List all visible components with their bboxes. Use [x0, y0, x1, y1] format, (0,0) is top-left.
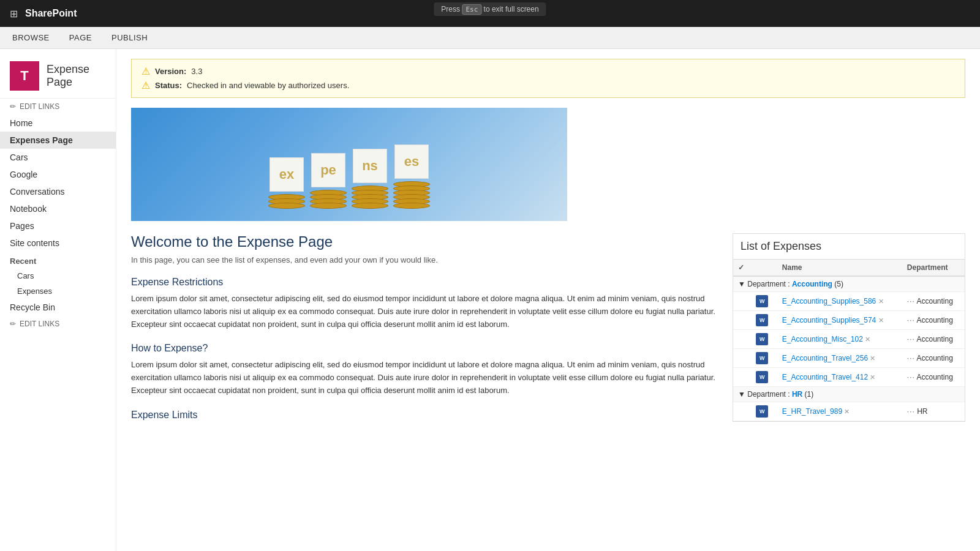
- dept-value: Accounting: [916, 335, 952, 343]
- recent-section-label: Recent: [0, 252, 116, 268]
- file-icon: W: [756, 314, 768, 326]
- page-main-title: Welcome to the Expense Page: [131, 233, 720, 250]
- expenses-table: ✓ Name Department ▼ Department : Account…: [733, 260, 965, 421]
- edit-links-bottom-button[interactable]: ✏ EDIT LINKS: [0, 316, 116, 332]
- dept-value: HR: [917, 407, 927, 416]
- ribbon-publish[interactable]: PUBLISH: [109, 29, 150, 46]
- more-options-icon[interactable]: ···: [907, 297, 915, 305]
- col-department: Department: [902, 260, 965, 276]
- content-area: ⚠ Version: 3.3 ⚠ Status: Checked in and …: [116, 49, 980, 551]
- sidebar-item-google[interactable]: Google: [0, 166, 116, 183]
- more-options-icon[interactable]: ···: [907, 335, 915, 343]
- file-name[interactable]: E_Accounting_Misc_102: [782, 335, 863, 343]
- table-row: W E_HR_Travel_989 ✕ ··· HR: [733, 402, 965, 421]
- row-check: [733, 349, 751, 368]
- more-options-icon[interactable]: ···: [907, 407, 915, 416]
- table-row: W E_Accounting_Supplies_574 ✕ ··· Accoun…: [733, 311, 965, 330]
- sidebar-item-expenses-page[interactable]: Expenses Page: [0, 132, 116, 149]
- dept-hr-name: HR: [792, 390, 802, 399]
- file-icon: W: [756, 333, 768, 345]
- dept-accounting-label: ▼ Department : Accounting (5): [733, 276, 965, 292]
- file-icon: W: [756, 371, 768, 383]
- expenses-panel-title: List of Expenses: [733, 234, 965, 260]
- coin-stack-4: es: [393, 144, 430, 209]
- recent-item-cars[interactable]: Cars: [0, 268, 116, 283]
- sidebar-item-recycle-bin[interactable]: Recycle Bin: [0, 299, 116, 316]
- table-header-row: ✓ Name Department: [733, 260, 965, 276]
- left-content: Welcome to the Expense Page In this page…: [131, 233, 733, 425]
- row-check: [733, 330, 751, 349]
- sidebar-item-site-contents[interactable]: Site contents: [0, 234, 116, 252]
- dept-value: Accounting: [916, 373, 952, 381]
- section-heading-restrictions: Expense Restrictions: [131, 277, 720, 288]
- more-options-icon[interactable]: ···: [907, 316, 915, 324]
- expenses-panel: List of Expenses ✓ Name Department: [733, 233, 965, 422]
- content-split: Welcome to the Expense Page In this page…: [131, 233, 965, 425]
- file-name[interactable]: E_Accounting_Travel_256: [782, 354, 868, 362]
- dept-accounting-name: Accounting: [792, 280, 832, 288]
- recent-item-expenses[interactable]: Expenses: [0, 283, 116, 299]
- pencil-icon: ✏: [10, 102, 16, 111]
- sidebar-item-notebook[interactable]: Notebook: [0, 200, 116, 217]
- main-layout: T Expense Page ✏ EDIT LINKS Home Expense…: [0, 49, 980, 551]
- dept-header-hr: ▼ Department : HR (1): [733, 387, 965, 402]
- coin-label-pe: pe: [311, 153, 345, 187]
- edit-links-top-button[interactable]: ✏ EDIT LINKS: [0, 99, 116, 114]
- table-row: W E_Accounting_Travel_412 ✕ ··· Accounti…: [733, 368, 965, 387]
- file-icon: W: [756, 352, 768, 364]
- site-logo: T: [10, 61, 39, 91]
- coin-label-ns: ns: [353, 149, 387, 183]
- app-title: SharePoint: [25, 8, 77, 19]
- coin-stack-1: ex: [268, 157, 305, 209]
- col-check: ✓: [733, 260, 751, 276]
- coin-label-es: es: [394, 144, 429, 179]
- sidebar-item-conversations[interactable]: Conversations: [0, 183, 116, 200]
- more-options-icon[interactable]: ···: [907, 354, 915, 362]
- row-check: [733, 292, 751, 311]
- coin-stack-3: ns: [352, 149, 388, 209]
- section-body-restrictions: Lorem ipsum dolor sit amet, consectetur …: [131, 293, 720, 331]
- warning-icon-version: ⚠: [141, 66, 150, 77]
- table-row: W E_Accounting_Misc_102 ✕ ··· Accounting: [733, 330, 965, 349]
- fullscreen-notice: Press Esc to exit full screen: [434, 2, 546, 16]
- sidebar-item-home[interactable]: Home: [0, 114, 116, 132]
- dept-value: Accounting: [916, 297, 952, 305]
- topbar: ⊞ SharePoint Press Esc to exit full scre…: [0, 0, 980, 27]
- pencil-icon-bottom: ✏: [10, 320, 16, 328]
- more-options-icon[interactable]: ···: [907, 373, 915, 381]
- expenses-panel-container: List of Expenses ✓ Name Department: [733, 233, 965, 422]
- sidebar: T Expense Page ✏ EDIT LINKS Home Expense…: [0, 49, 116, 551]
- dept-value: Accounting: [916, 354, 952, 362]
- hero-image: ex pe ns: [131, 108, 567, 221]
- site-title: Expense Page: [47, 63, 106, 89]
- site-header: T Expense Page: [0, 54, 116, 99]
- row-check: [733, 311, 751, 330]
- col-file-icon: [751, 260, 777, 276]
- coin-stacks: ex pe ns: [268, 144, 430, 209]
- grid-icon[interactable]: ⊞: [10, 8, 18, 20]
- warning-icon-status: ⚠: [141, 80, 150, 91]
- ribbon: BROWSE PAGE PUBLISH: [0, 27, 980, 49]
- row-check: [733, 368, 751, 387]
- file-icon: W: [756, 405, 768, 418]
- section-heading-how-to: How to Expense?: [131, 343, 720, 354]
- dept-header-accounting: ▼ Department : Accounting (5): [733, 276, 965, 292]
- page-intro-text: In this page, you can see the list of ex…: [131, 255, 720, 264]
- sidebar-item-cars[interactable]: Cars: [0, 149, 116, 166]
- version-banner: ⚠ Version: 3.3 ⚠ Status: Checked in and …: [131, 59, 965, 98]
- sidebar-item-pages[interactable]: Pages: [0, 217, 116, 234]
- table-row: W E_Accounting_Travel_256 ✕ ··· Accounti…: [733, 349, 965, 368]
- col-name: Name: [777, 260, 902, 276]
- file-name[interactable]: E_HR_Travel_989: [782, 407, 842, 416]
- coin-label-ex: ex: [270, 157, 304, 192]
- table-row: W E_Accounting_Supplies_586 ✕ ··· Accoun…: [733, 292, 965, 311]
- file-name[interactable]: E_Accounting_Supplies_574: [782, 316, 876, 324]
- ribbon-browse[interactable]: BROWSE: [10, 29, 52, 46]
- section-body-how-to: Lorem ipsum dolor sit amet, consectetur …: [131, 359, 720, 397]
- file-name[interactable]: E_Accounting_Supplies_586: [782, 297, 876, 305]
- section-heading-limits: Expense Limits: [131, 410, 720, 421]
- ribbon-page[interactable]: PAGE: [67, 29, 94, 46]
- row-check: [733, 402, 751, 421]
- coin-stack-2: pe: [310, 153, 347, 209]
- file-name[interactable]: E_Accounting_Travel_412: [782, 373, 868, 381]
